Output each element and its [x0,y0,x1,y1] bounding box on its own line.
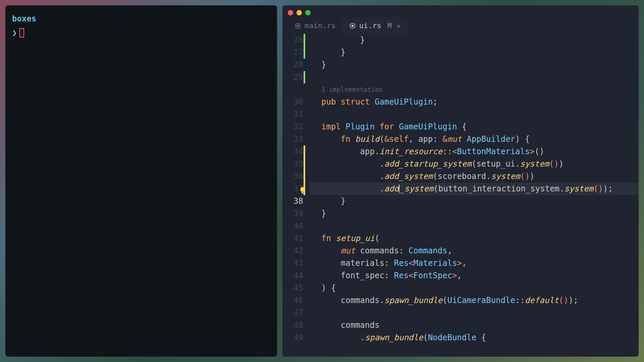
code-line[interactable] [309,220,639,232]
terminal-prompt[interactable]: ❯ [12,27,270,39]
change-indicator [304,170,305,183]
code-line[interactable]: } [309,195,639,207]
prompt-symbol: ❯ [12,27,17,39]
code-content[interactable]: } }}1 implementationpub struct GameUiPlu… [309,34,639,357]
terminal-pane[interactable]: boxes ❯ [5,5,277,357]
code-line[interactable]: } [309,34,639,46]
line-number: 43 [282,257,303,269]
code-line[interactable] [309,108,639,121]
modified-indicator: M [387,21,392,30]
line-number: 40 [282,220,303,232]
terminal-cursor [19,28,24,38]
change-indicator [304,158,305,170]
codelens-hint[interactable]: 1 implementation [309,83,639,96]
code-line[interactable]: fn setup_ui( [309,232,639,245]
code-line[interactable]: .add_system(button_interaction_system.sy… [309,183,639,195]
code-line[interactable] [309,71,639,83]
tab-ui-rs[interactable]: ui.rs M ✕ [342,17,408,34]
line-number: 46 [282,294,303,307]
window-controls [282,5,639,19]
line-number: 42 [282,245,303,257]
editor-pane: main.rs ui.rs M ✕ 2627282930313233343536… [282,5,639,357]
line-number: 35 [282,158,303,170]
tab-bar: main.rs ui.rs M ✕ [282,17,639,34]
line-number: 30 [282,96,303,108]
svg-point-3 [351,24,354,27]
tab-label: main.rs [305,21,336,30]
code-line[interactable]: font_spec: Res<FontSpec>, [309,269,639,282]
close-window-button[interactable] [288,10,293,15]
line-number: 34 [282,145,303,158]
tab-main-rs[interactable]: main.rs [288,17,342,34]
code-line[interactable]: app.init_resource::<ButtonMaterials>() [309,145,639,158]
change-indicator [304,46,305,59]
minimize-window-button[interactable] [297,10,302,15]
line-number: 44 [282,269,303,282]
close-icon[interactable]: ✕ [396,22,400,30]
code-line[interactable]: } [309,59,639,71]
code-line[interactable]: fn build(&self, app: &mut AppBuilder) { [309,133,639,145]
rust-icon [349,22,356,29]
code-line[interactable]: .spawn_bundle(NodeBundle { [309,331,639,344]
svg-point-1 [297,24,299,27]
code-line[interactable]: mut commands: Commands, [309,245,639,257]
line-number: 38 [282,195,303,207]
tab-label: ui.rs [359,21,381,30]
change-indicator [304,71,305,83]
line-number: 49 [282,331,303,344]
line-number: 29 [282,71,303,83]
text-cursor [399,184,399,192]
code-area[interactable]: 262728293031323334353637💡383940414243444… [282,34,639,357]
line-number: 41 [282,232,303,245]
code-line[interactable]: .add_system(scoreboard.system()) [309,170,639,183]
line-number: 47 [282,307,303,319]
code-line[interactable]: } [309,207,639,220]
line-number: 45 [282,282,303,294]
terminal-title: boxes [12,13,270,25]
code-line[interactable]: .add_startup_system(setup_ui.system()) [309,158,639,170]
code-line[interactable]: impl Plugin for GameUiPlugin { [309,121,639,133]
line-number: 48 [282,319,303,331]
code-line[interactable]: } [309,46,639,59]
line-gutter: 262728293031323334353637💡383940414243444… [282,34,309,357]
code-line[interactable]: commands.spawn_bundle(UiCameraBundle::de… [309,294,639,307]
line-number: 37💡 [282,183,303,195]
code-line[interactable]: ) { [309,282,639,294]
rust-icon [294,22,301,29]
line-number: 33 [282,133,303,145]
change-indicator [304,34,305,46]
line-number: 26 [282,34,303,46]
code-line[interactable]: materials: Res<Materials>, [309,257,639,269]
maximize-window-button[interactable] [305,10,311,15]
line-number: 39 [282,207,303,220]
line-number: 36 [282,170,303,183]
line-number: 32 [282,121,303,133]
line-number: 28 [282,59,303,71]
code-line[interactable]: commands [309,319,639,331]
code-line[interactable] [309,307,639,319]
line-number: 31 [282,108,303,121]
code-line[interactable]: pub struct GameUiPlugin; [309,96,639,108]
change-indicator [304,145,305,158]
gutter-spacer [282,83,303,96]
line-number: 27 [282,46,303,59]
